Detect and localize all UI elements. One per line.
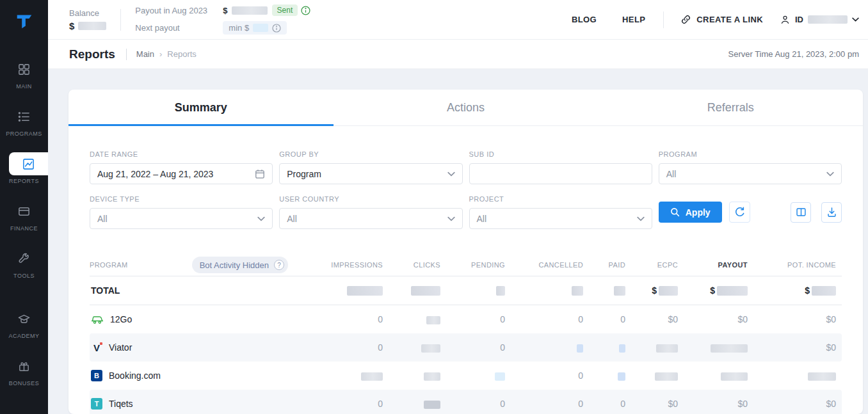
cell-impressions [301,285,383,296]
cell-clicks [383,399,440,409]
project-value: All [477,214,487,224]
column-header-cancelled[interactable]: CANCELLED [505,261,583,269]
redacted-value [812,286,836,296]
redacted-value [808,372,836,381]
sub-id-input[interactable] [477,169,645,179]
create-a-link-button[interactable]: CREATE A LINK [680,14,763,25]
table-row-total: TOTAL $ $ $ [90,276,842,305]
cell-paid [583,370,625,381]
tab-referrals[interactable]: Referrals [598,90,863,125]
list-icon [17,110,31,123]
device-type-label: DEVICE TYPE [90,195,273,203]
device-type-select[interactable]: All [90,208,273,229]
bot-activity-label: Bot Activity Hidden [200,260,269,270]
sidebar-icon-wrap [4,307,44,330]
device-type-value: All [97,214,108,224]
sidebar-item-reports[interactable]: REPORTS [0,152,48,184]
brand-logo[interactable] [0,0,48,40]
chevron-down-icon [826,171,834,177]
filter-actions: Apply [659,195,842,229]
column-header-impressions[interactable]: IMPRESSIONS [301,261,383,269]
cell-ecpc [625,370,678,381]
sub-id-input-wrap[interactable] [469,163,652,184]
redacted-value [717,286,748,296]
cell-payout: $0 [678,314,748,324]
column-header-program[interactable]: PROGRAM Bot Activity Hidden ? [90,257,301,273]
cell-cancelled: 0 [505,399,583,409]
next-payout-label: Next payout [135,23,223,33]
user-country-field: USER COUNTRY All [279,195,462,229]
column-header-pot-income[interactable]: POT. INCOME [748,261,842,269]
columns-icon [796,207,807,218]
column-header-paid[interactable]: PAID [583,261,625,269]
sidebar-item-finance[interactable]: FINANCE [0,200,48,232]
redacted-value [411,286,440,296]
project-field: PROJECT All [469,195,652,229]
payout-row: Payout in Aug 2023 $ Sent [135,4,310,16]
sidebar-icon-wrap [4,105,44,128]
reset-filters-button[interactable] [729,202,750,223]
date-range-value[interactable] [97,169,255,179]
blog-link[interactable]: BLOG [572,15,597,24]
bot-activity-badge[interactable]: Bot Activity Hidden ? [192,257,288,273]
balance-label: Balance [69,8,106,18]
tab-summary[interactable]: Summary [68,90,334,125]
dashboard-grid-icon [17,63,31,76]
sidebar-item-programs[interactable]: PROGRAMS [0,105,48,137]
redacted-value [655,372,678,381]
device-type-field: DEVICE TYPE All [90,195,273,229]
payout-info-icon[interactable] [301,6,310,15]
tab-actions[interactable]: Actions [334,90,599,125]
cell-paid: 0 [583,314,625,324]
column-header-payout[interactable]: PAYOUT [678,261,748,269]
program-header-label: PROGRAM [90,261,128,269]
redacted-value [656,344,678,353]
cell-payout [678,370,748,381]
column-header-clicks[interactable]: CLICKS [383,261,440,269]
payout-currency: $ [223,6,227,15]
filter-row-1: DATE RANGE GROUP BY Program [90,150,842,184]
sidebar-item-main[interactable]: MAIN [0,58,48,90]
cell-ecpc: $ [625,285,678,296]
sidebar-item-label: BONUSES [9,380,40,386]
program-select[interactable]: All [659,163,842,184]
topbar: Balance $ Payout in Aug 2023 $ Sent [48,0,868,40]
sub-id-field: SUB ID [469,150,652,184]
breadcrumb-main[interactable]: Main [136,49,154,59]
12go-logo-icon [91,314,104,324]
user-country-label: USER COUNTRY [279,195,462,203]
project-select[interactable]: All [469,208,652,229]
redacted-balance-amount [78,22,106,30]
redacted-value [659,286,678,296]
date-range-input[interactable] [90,163,273,184]
chevron-down-icon [257,216,265,221]
download-report-button[interactable] [821,202,842,223]
sidebar-item-academy[interactable]: ACADEMY [0,307,48,339]
next-payout-info-icon[interactable] [272,24,281,33]
cell-impressions [301,370,383,381]
chevron-down-icon [447,216,455,221]
help-link[interactable]: HELP [622,15,645,24]
cell-paid [583,285,625,296]
column-header-pending[interactable]: PENDING [440,261,505,269]
bot-activity-help-icon[interactable]: ? [274,260,284,270]
cell-ecpc [625,342,678,353]
account-id-label: ID [795,15,803,24]
cell-ecpc: $0 [625,399,678,409]
account-menu[interactable]: ID [780,14,859,25]
wrench-icon [17,252,31,266]
apply-button[interactable]: Apply [659,202,722,223]
sidebar-item-bonuses[interactable]: BONUSES [0,354,48,386]
next-payout-row: Next payout min $ [135,21,310,35]
group-by-select[interactable]: Program [279,163,462,184]
columns-settings-button[interactable] [791,202,811,223]
balance-value: $ [69,20,106,31]
sidebar-item-tools[interactable]: TOOLS [0,247,48,279]
cell-cancelled [505,285,583,296]
user-country-select[interactable]: All [279,208,462,229]
download-icon [826,207,837,218]
cell-program: B Booking.com [90,370,301,381]
column-header-ecpc[interactable]: ECPC [625,261,678,269]
cell-payout [678,342,748,353]
breadcrumb: Main › Reports [136,49,197,59]
